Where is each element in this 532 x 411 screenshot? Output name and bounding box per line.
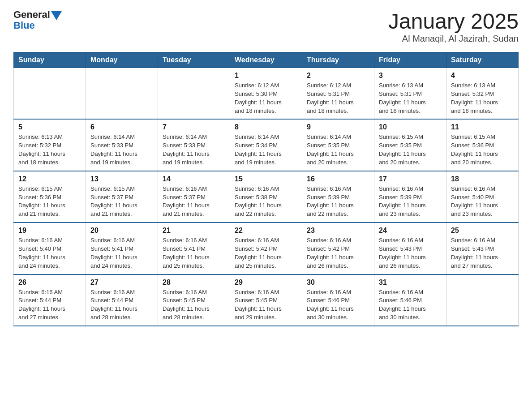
calendar-day-7: 7Sunrise: 6:14 AM Sunset: 5:33 PM Daylig… [158,119,230,171]
calendar-week-row: 1Sunrise: 6:12 AM Sunset: 5:30 PM Daylig… [14,68,519,120]
day-number: 30 [307,278,369,287]
day-info: Sunrise: 6:14 AM Sunset: 5:34 PM Dayligh… [235,133,297,167]
day-info: Sunrise: 6:16 AM Sunset: 5:46 PM Dayligh… [307,288,369,322]
day-info: Sunrise: 6:12 AM Sunset: 5:30 PM Dayligh… [235,81,297,115]
day-number: 11 [451,123,514,131]
calendar-day-31: 31Sunrise: 6:16 AM Sunset: 5:46 PM Dayli… [374,274,446,326]
weekday-header-saturday: Saturday [446,52,519,68]
day-info: Sunrise: 6:16 AM Sunset: 5:45 PM Dayligh… [235,288,297,322]
calendar-header: SundayMondayTuesdayWednesdayThursdayFrid… [14,52,519,68]
calendar-subtitle: Al Manaqil, Al Jazirah, Sudan [388,34,519,44]
calendar-day-17: 17Sunrise: 6:16 AM Sunset: 5:39 PM Dayli… [374,171,446,223]
calendar-week-row: 5Sunrise: 6:13 AM Sunset: 5:32 PM Daylig… [14,119,519,171]
calendar-day-19: 19Sunrise: 6:16 AM Sunset: 5:40 PM Dayli… [14,223,86,274]
calendar-day-1: 1Sunrise: 6:12 AM Sunset: 5:30 PM Daylig… [230,68,302,120]
day-info: Sunrise: 6:16 AM Sunset: 5:39 PM Dayligh… [307,185,369,218]
day-number: 31 [379,278,442,287]
day-number: 22 [235,227,297,235]
day-info: Sunrise: 6:16 AM Sunset: 5:44 PM Dayligh… [18,288,81,322]
logo-general-text: General [13,9,50,21]
calendar-day-30: 30Sunrise: 6:16 AM Sunset: 5:46 PM Dayli… [302,274,374,326]
logo: General Blue [13,9,62,31]
empty-cell [86,68,158,120]
day-info: Sunrise: 6:15 AM Sunset: 5:37 PM Dayligh… [90,185,153,218]
empty-cell [158,68,230,120]
day-info: Sunrise: 6:16 AM Sunset: 5:43 PM Dayligh… [379,236,442,270]
day-number: 26 [18,278,81,287]
day-info: Sunrise: 6:16 AM Sunset: 5:37 PM Dayligh… [163,185,225,218]
calendar-day-28: 28Sunrise: 6:16 AM Sunset: 5:45 PM Dayli… [158,274,230,326]
day-info: Sunrise: 6:13 AM Sunset: 5:32 PM Dayligh… [451,81,514,115]
day-number: 25 [451,227,514,235]
day-number: 17 [379,175,442,183]
weekday-header-wednesday: Wednesday [230,52,302,68]
day-info: Sunrise: 6:13 AM Sunset: 5:32 PM Dayligh… [18,133,81,167]
day-info: Sunrise: 6:16 AM Sunset: 5:40 PM Dayligh… [451,185,514,218]
day-info: Sunrise: 6:14 AM Sunset: 5:33 PM Dayligh… [163,133,225,167]
calendar-day-5: 5Sunrise: 6:13 AM Sunset: 5:32 PM Daylig… [14,119,86,171]
day-info: Sunrise: 6:15 AM Sunset: 5:36 PM Dayligh… [451,133,514,167]
day-number: 14 [163,175,225,183]
weekday-header-sunday: Sunday [14,52,86,68]
day-number: 7 [163,123,225,131]
calendar-day-3: 3Sunrise: 6:13 AM Sunset: 5:31 PM Daylig… [374,68,446,120]
day-info: Sunrise: 6:16 AM Sunset: 5:41 PM Dayligh… [163,236,225,270]
day-info: Sunrise: 6:15 AM Sunset: 5:36 PM Dayligh… [18,185,81,218]
calendar-day-23: 23Sunrise: 6:16 AM Sunset: 5:42 PM Dayli… [302,223,374,274]
day-number: 12 [18,175,81,183]
calendar-day-27: 27Sunrise: 6:16 AM Sunset: 5:44 PM Dayli… [86,274,158,326]
day-info: Sunrise: 6:16 AM Sunset: 5:46 PM Dayligh… [379,288,442,322]
day-number: 8 [235,123,297,131]
day-info: Sunrise: 6:16 AM Sunset: 5:40 PM Dayligh… [18,236,81,270]
calendar-day-12: 12Sunrise: 6:15 AM Sunset: 5:36 PM Dayli… [14,171,86,223]
calendar-week-row: 26Sunrise: 6:16 AM Sunset: 5:44 PM Dayli… [14,274,519,326]
day-number: 24 [379,227,442,235]
day-info: Sunrise: 6:16 AM Sunset: 5:39 PM Dayligh… [379,185,442,218]
weekday-header-row: SundayMondayTuesdayWednesdayThursdayFrid… [14,52,519,68]
day-number: 19 [18,227,81,235]
calendar-day-18: 18Sunrise: 6:16 AM Sunset: 5:40 PM Dayli… [446,171,519,223]
day-info: Sunrise: 6:16 AM Sunset: 5:44 PM Dayligh… [90,288,153,322]
calendar-day-24: 24Sunrise: 6:16 AM Sunset: 5:43 PM Dayli… [374,223,446,274]
day-number: 16 [307,175,369,183]
day-info: Sunrise: 6:16 AM Sunset: 5:41 PM Dayligh… [90,236,153,270]
day-number: 23 [307,227,369,235]
day-number: 1 [235,72,297,80]
day-number: 13 [90,175,153,183]
calendar-day-26: 26Sunrise: 6:16 AM Sunset: 5:44 PM Dayli… [14,274,86,326]
calendar-day-21: 21Sunrise: 6:16 AM Sunset: 5:41 PM Dayli… [158,223,230,274]
day-number: 28 [163,278,225,287]
day-info: Sunrise: 6:14 AM Sunset: 5:35 PM Dayligh… [307,133,369,167]
empty-cell [14,68,86,120]
logo-blue-text: Blue [13,20,35,31]
calendar-day-14: 14Sunrise: 6:16 AM Sunset: 5:37 PM Dayli… [158,171,230,223]
calendar-day-25: 25Sunrise: 6:16 AM Sunset: 5:43 PM Dayli… [446,223,519,274]
calendar-day-9: 9Sunrise: 6:14 AM Sunset: 5:35 PM Daylig… [302,119,374,171]
day-number: 18 [451,175,514,183]
calendar-day-20: 20Sunrise: 6:16 AM Sunset: 5:41 PM Dayli… [86,223,158,274]
day-info: Sunrise: 6:14 AM Sunset: 5:33 PM Dayligh… [90,133,153,167]
day-number: 4 [451,72,514,80]
calendar-week-row: 19Sunrise: 6:16 AM Sunset: 5:40 PM Dayli… [14,223,519,274]
calendar-day-22: 22Sunrise: 6:16 AM Sunset: 5:42 PM Dayli… [230,223,302,274]
day-number: 15 [235,175,297,183]
calendar-title: January 2025 [388,9,519,34]
weekday-header-friday: Friday [374,52,446,68]
day-number: 20 [90,227,153,235]
calendar-day-29: 29Sunrise: 6:16 AM Sunset: 5:45 PM Dayli… [230,274,302,326]
calendar-day-6: 6Sunrise: 6:14 AM Sunset: 5:33 PM Daylig… [86,119,158,171]
logo-triangle-icon [51,11,62,20]
calendar-title-block: January 2025 Al Manaqil, Al Jazirah, Sud… [388,9,519,44]
calendar-day-10: 10Sunrise: 6:15 AM Sunset: 5:35 PM Dayli… [374,119,446,171]
day-number: 3 [379,72,442,80]
day-info: Sunrise: 6:16 AM Sunset: 5:43 PM Dayligh… [451,236,514,270]
calendar-day-16: 16Sunrise: 6:16 AM Sunset: 5:39 PM Dayli… [302,171,374,223]
weekday-header-monday: Monday [86,52,158,68]
day-info: Sunrise: 6:16 AM Sunset: 5:42 PM Dayligh… [307,236,369,270]
empty-cell [446,274,519,326]
weekday-header-thursday: Thursday [302,52,374,68]
calendar-day-15: 15Sunrise: 6:16 AM Sunset: 5:38 PM Dayli… [230,171,302,223]
calendar-day-2: 2Sunrise: 6:12 AM Sunset: 5:31 PM Daylig… [302,68,374,120]
calendar-day-4: 4Sunrise: 6:13 AM Sunset: 5:32 PM Daylig… [446,68,519,120]
calendar-week-row: 12Sunrise: 6:15 AM Sunset: 5:36 PM Dayli… [14,171,519,223]
